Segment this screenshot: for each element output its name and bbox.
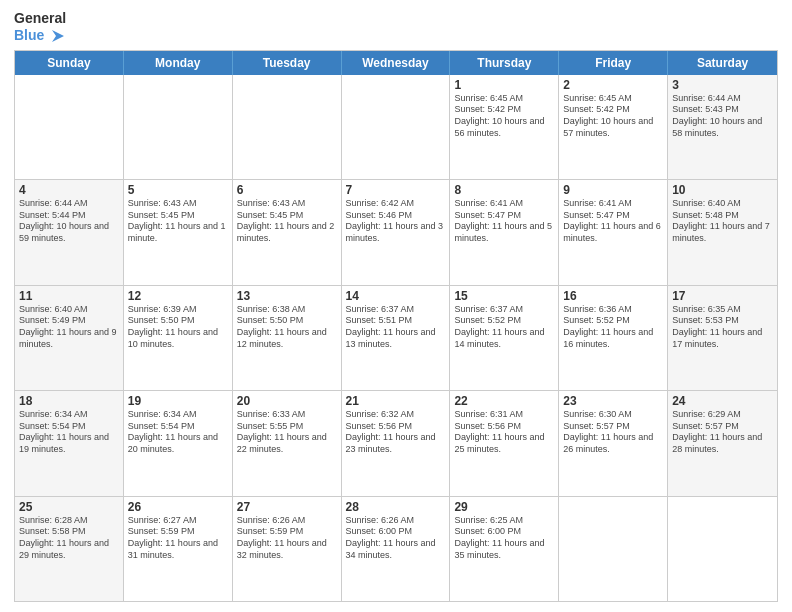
day-cell-25: 25Sunrise: 6:28 AM Sunset: 5:58 PM Dayli… [15, 497, 124, 601]
day-number: 2 [563, 78, 663, 92]
day-info: Sunrise: 6:44 AM Sunset: 5:44 PM Dayligh… [19, 198, 119, 245]
page: General Blue SundayMondayTuesdayWednesda… [0, 0, 792, 612]
day-info: Sunrise: 6:26 AM Sunset: 5:59 PM Dayligh… [237, 515, 337, 562]
day-info: Sunrise: 6:30 AM Sunset: 5:57 PM Dayligh… [563, 409, 663, 456]
day-number: 22 [454, 394, 554, 408]
day-number: 23 [563, 394, 663, 408]
day-info: Sunrise: 6:29 AM Sunset: 5:57 PM Dayligh… [672, 409, 773, 456]
logo: General Blue [14, 10, 66, 44]
calendar: SundayMondayTuesdayWednesdayThursdayFrid… [14, 50, 778, 602]
empty-cell [233, 75, 342, 179]
calendar-header: SundayMondayTuesdayWednesdayThursdayFrid… [15, 51, 777, 75]
day-info: Sunrise: 6:26 AM Sunset: 6:00 PM Dayligh… [346, 515, 446, 562]
calendar-week-2: 11Sunrise: 6:40 AM Sunset: 5:49 PM Dayli… [15, 285, 777, 390]
day-cell-3: 3Sunrise: 6:44 AM Sunset: 5:43 PM Daylig… [668, 75, 777, 179]
day-cell-19: 19Sunrise: 6:34 AM Sunset: 5:54 PM Dayli… [124, 391, 233, 495]
empty-cell [15, 75, 124, 179]
day-number: 19 [128, 394, 228, 408]
day-number: 12 [128, 289, 228, 303]
day-header-saturday: Saturday [668, 51, 777, 75]
day-cell-22: 22Sunrise: 6:31 AM Sunset: 5:56 PM Dayli… [450, 391, 559, 495]
logo-arrow-icon [48, 30, 64, 42]
day-number: 26 [128, 500, 228, 514]
day-number: 24 [672, 394, 773, 408]
empty-cell [124, 75, 233, 179]
day-number: 7 [346, 183, 446, 197]
day-cell-21: 21Sunrise: 6:32 AM Sunset: 5:56 PM Dayli… [342, 391, 451, 495]
calendar-week-4: 25Sunrise: 6:28 AM Sunset: 5:58 PM Dayli… [15, 496, 777, 601]
svg-marker-0 [52, 30, 64, 42]
day-info: Sunrise: 6:43 AM Sunset: 5:45 PM Dayligh… [128, 198, 228, 245]
day-info: Sunrise: 6:31 AM Sunset: 5:56 PM Dayligh… [454, 409, 554, 456]
day-number: 14 [346, 289, 446, 303]
day-cell-26: 26Sunrise: 6:27 AM Sunset: 5:59 PM Dayli… [124, 497, 233, 601]
day-cell-23: 23Sunrise: 6:30 AM Sunset: 5:57 PM Dayli… [559, 391, 668, 495]
day-number: 1 [454, 78, 554, 92]
day-info: Sunrise: 6:36 AM Sunset: 5:52 PM Dayligh… [563, 304, 663, 351]
day-cell-14: 14Sunrise: 6:37 AM Sunset: 5:51 PM Dayli… [342, 286, 451, 390]
day-header-wednesday: Wednesday [342, 51, 451, 75]
day-number: 29 [454, 500, 554, 514]
day-info: Sunrise: 6:33 AM Sunset: 5:55 PM Dayligh… [237, 409, 337, 456]
calendar-week-0: 1Sunrise: 6:45 AM Sunset: 5:42 PM Daylig… [15, 75, 777, 179]
day-cell-15: 15Sunrise: 6:37 AM Sunset: 5:52 PM Dayli… [450, 286, 559, 390]
day-number: 11 [19, 289, 119, 303]
day-cell-6: 6Sunrise: 6:43 AM Sunset: 5:45 PM Daylig… [233, 180, 342, 284]
day-header-tuesday: Tuesday [233, 51, 342, 75]
day-info: Sunrise: 6:34 AM Sunset: 5:54 PM Dayligh… [19, 409, 119, 456]
day-info: Sunrise: 6:45 AM Sunset: 5:42 PM Dayligh… [454, 93, 554, 140]
day-number: 13 [237, 289, 337, 303]
day-info: Sunrise: 6:43 AM Sunset: 5:45 PM Dayligh… [237, 198, 337, 245]
day-info: Sunrise: 6:37 AM Sunset: 5:52 PM Dayligh… [454, 304, 554, 351]
day-info: Sunrise: 6:44 AM Sunset: 5:43 PM Dayligh… [672, 93, 773, 140]
day-cell-2: 2Sunrise: 6:45 AM Sunset: 5:42 PM Daylig… [559, 75, 668, 179]
day-info: Sunrise: 6:25 AM Sunset: 6:00 PM Dayligh… [454, 515, 554, 562]
day-cell-17: 17Sunrise: 6:35 AM Sunset: 5:53 PM Dayli… [668, 286, 777, 390]
day-cell-4: 4Sunrise: 6:44 AM Sunset: 5:44 PM Daylig… [15, 180, 124, 284]
day-cell-1: 1Sunrise: 6:45 AM Sunset: 5:42 PM Daylig… [450, 75, 559, 179]
logo-text: General Blue [14, 10, 66, 44]
day-number: 10 [672, 183, 773, 197]
day-cell-12: 12Sunrise: 6:39 AM Sunset: 5:50 PM Dayli… [124, 286, 233, 390]
day-number: 5 [128, 183, 228, 197]
day-number: 28 [346, 500, 446, 514]
day-cell-13: 13Sunrise: 6:38 AM Sunset: 5:50 PM Dayli… [233, 286, 342, 390]
calendar-week-3: 18Sunrise: 6:34 AM Sunset: 5:54 PM Dayli… [15, 390, 777, 495]
day-cell-9: 9Sunrise: 6:41 AM Sunset: 5:47 PM Daylig… [559, 180, 668, 284]
day-number: 27 [237, 500, 337, 514]
calendar-week-1: 4Sunrise: 6:44 AM Sunset: 5:44 PM Daylig… [15, 179, 777, 284]
day-number: 21 [346, 394, 446, 408]
day-header-thursday: Thursday [450, 51, 559, 75]
day-cell-10: 10Sunrise: 6:40 AM Sunset: 5:48 PM Dayli… [668, 180, 777, 284]
day-info: Sunrise: 6:39 AM Sunset: 5:50 PM Dayligh… [128, 304, 228, 351]
day-info: Sunrise: 6:38 AM Sunset: 5:50 PM Dayligh… [237, 304, 337, 351]
day-number: 18 [19, 394, 119, 408]
day-cell-29: 29Sunrise: 6:25 AM Sunset: 6:00 PM Dayli… [450, 497, 559, 601]
day-info: Sunrise: 6:41 AM Sunset: 5:47 PM Dayligh… [563, 198, 663, 245]
day-header-friday: Friday [559, 51, 668, 75]
day-cell-20: 20Sunrise: 6:33 AM Sunset: 5:55 PM Dayli… [233, 391, 342, 495]
day-info: Sunrise: 6:28 AM Sunset: 5:58 PM Dayligh… [19, 515, 119, 562]
day-number: 17 [672, 289, 773, 303]
day-number: 8 [454, 183, 554, 197]
day-info: Sunrise: 6:35 AM Sunset: 5:53 PM Dayligh… [672, 304, 773, 351]
empty-cell [559, 497, 668, 601]
calendar-body: 1Sunrise: 6:45 AM Sunset: 5:42 PM Daylig… [15, 75, 777, 601]
day-cell-7: 7Sunrise: 6:42 AM Sunset: 5:46 PM Daylig… [342, 180, 451, 284]
day-number: 16 [563, 289, 663, 303]
day-cell-16: 16Sunrise: 6:36 AM Sunset: 5:52 PM Dayli… [559, 286, 668, 390]
day-info: Sunrise: 6:32 AM Sunset: 5:56 PM Dayligh… [346, 409, 446, 456]
day-cell-11: 11Sunrise: 6:40 AM Sunset: 5:49 PM Dayli… [15, 286, 124, 390]
day-cell-27: 27Sunrise: 6:26 AM Sunset: 5:59 PM Dayli… [233, 497, 342, 601]
day-info: Sunrise: 6:41 AM Sunset: 5:47 PM Dayligh… [454, 198, 554, 245]
day-info: Sunrise: 6:40 AM Sunset: 5:48 PM Dayligh… [672, 198, 773, 245]
day-header-monday: Monday [124, 51, 233, 75]
day-cell-18: 18Sunrise: 6:34 AM Sunset: 5:54 PM Dayli… [15, 391, 124, 495]
day-number: 15 [454, 289, 554, 303]
day-number: 20 [237, 394, 337, 408]
day-info: Sunrise: 6:40 AM Sunset: 5:49 PM Dayligh… [19, 304, 119, 351]
day-cell-24: 24Sunrise: 6:29 AM Sunset: 5:57 PM Dayli… [668, 391, 777, 495]
day-info: Sunrise: 6:37 AM Sunset: 5:51 PM Dayligh… [346, 304, 446, 351]
day-number: 25 [19, 500, 119, 514]
day-info: Sunrise: 6:34 AM Sunset: 5:54 PM Dayligh… [128, 409, 228, 456]
